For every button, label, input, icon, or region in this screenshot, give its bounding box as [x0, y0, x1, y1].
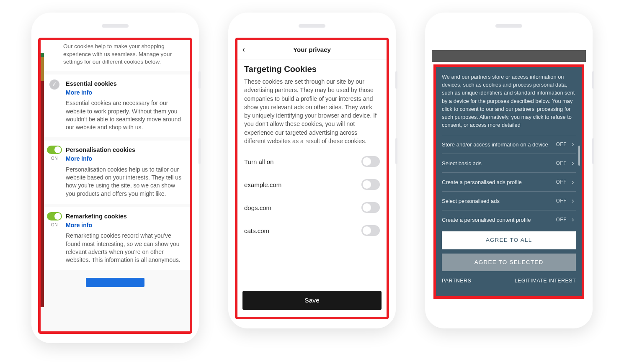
toggle-row: cats.com	[237, 219, 387, 242]
option-state: OFF	[556, 159, 567, 167]
personalisation-title: Personalisation cookies	[66, 146, 183, 154]
personalisation-toggle[interactable]	[47, 146, 62, 154]
row-label: cats.com	[244, 227, 269, 234]
save-button[interactable]: Save	[242, 291, 382, 310]
switch-toggle[interactable]	[361, 156, 380, 167]
row-label: example.com	[244, 181, 281, 188]
more-info-link[interactable]: More info	[66, 221, 92, 229]
option-state: OFF	[556, 141, 567, 148]
phone-mock-2: ‹ Your privacy Targeting Cookies These c…	[228, 13, 396, 328]
toggle-row: dogs.com	[237, 196, 387, 219]
personalisation-body: Personalisation cookies help us to tailo…	[66, 166, 183, 198]
consent-option-row: Store and/or access information on a dev…	[442, 135, 576, 154]
remarketing-toggle[interactable]	[47, 212, 62, 220]
check-icon: ✓	[49, 79, 59, 90]
cookie-settings-screen: Our cookies help to make your shopping e…	[38, 38, 192, 334]
toggle-state-label: ON	[51, 156, 58, 161]
toggle-row: Turn all on	[237, 150, 387, 173]
essential-body: Essential cookies are necessary for our …	[66, 99, 183, 131]
consent-screen: We and our partners store or access info…	[432, 38, 586, 319]
chevron-right-icon[interactable]: ›	[570, 196, 576, 206]
agree-to-selected-button[interactable]: AGREE TO SELECTED	[442, 254, 576, 271]
option-label: Store and/or access information on a dev…	[442, 141, 553, 149]
targeting-cookies-screen: ‹ Your privacy Targeting Cookies These c…	[235, 38, 389, 319]
phone-side-button	[395, 71, 397, 89]
remarketing-body: Remarketing cookies record what you've f…	[66, 232, 183, 264]
chevron-right-icon[interactable]: ›	[570, 139, 576, 149]
option-state: OFF	[556, 197, 567, 205]
phone-side-button	[199, 138, 201, 164]
essential-cookies-card: ✓ Essential cookies More info Essential …	[41, 74, 190, 138]
page-banner	[432, 50, 586, 62]
primary-action-button[interactable]	[86, 278, 144, 287]
option-label: Select personalised ads	[442, 197, 553, 205]
more-info-link[interactable]: More info	[66, 155, 92, 163]
option-label: Select basic ads	[442, 159, 553, 168]
option-label: Create a personalised content profile	[442, 216, 553, 224]
agree-to-all-button[interactable]: AGREE TO ALL	[442, 231, 576, 249]
toggle-row: example.com	[237, 173, 387, 196]
consent-option-row: Select personalised ads OFF ›	[442, 191, 576, 210]
partners-link[interactable]: PARTNERS	[442, 277, 471, 285]
phone-mock-3: We and our partners store or access info…	[425, 13, 593, 328]
phone-speaker	[495, 24, 522, 28]
remarketing-cookies-card: ON Remarketing cookies More info Remarke…	[41, 207, 190, 270]
phone-side-button	[592, 138, 594, 164]
phone-speaker	[102, 24, 129, 28]
switch-toggle[interactable]	[361, 225, 380, 236]
toggle-state-label: ON	[51, 222, 58, 228]
consent-option-row: Create a personalised ads profile OFF ›	[442, 172, 576, 191]
scrollbar[interactable]	[578, 146, 580, 166]
chevron-right-icon[interactable]: ›	[570, 158, 576, 168]
switch-toggle[interactable]	[361, 179, 380, 190]
row-label: Turn all on	[244, 158, 273, 165]
screen-header: ‹ Your privacy	[237, 40, 387, 59]
remarketing-title: Remarketing cookies	[66, 212, 183, 220]
option-state: OFF	[556, 178, 567, 186]
back-icon[interactable]: ‹	[242, 45, 245, 54]
section-title: Targeting Cookies	[237, 59, 387, 77]
row-label: dogs.com	[244, 204, 271, 211]
option-state: OFF	[556, 216, 567, 223]
header-title: Your privacy	[293, 46, 331, 53]
switch-toggle[interactable]	[361, 202, 380, 213]
phone-mock-1: Our cookies help to make your shopping e…	[31, 13, 199, 343]
phone-side-button	[592, 71, 594, 89]
phone-side-button	[199, 71, 201, 89]
option-label: Create a personalised ads profile	[442, 178, 553, 187]
personalisation-cookies-card: ON Personalisation cookies More info Per…	[41, 141, 190, 204]
consent-option-row: Select basic ads OFF ›	[442, 154, 576, 172]
chevron-right-icon[interactable]: ›	[570, 215, 576, 225]
essential-title: Essential cookies	[66, 79, 183, 88]
chevron-right-icon[interactable]: ›	[570, 177, 576, 187]
section-description: These cookies are set through our site b…	[237, 77, 387, 150]
phone-side-button	[395, 138, 397, 164]
consent-intro: We and our partners store or access info…	[442, 73, 576, 129]
consent-panel: We and our partners store or access info…	[433, 64, 584, 299]
more-info-link[interactable]: More info	[66, 89, 92, 97]
legitimate-interest-link[interactable]: LEGITIMATE INTEREST	[515, 277, 576, 285]
consent-option-row: Create a personalised content profile OF…	[442, 210, 576, 229]
intro-text: Our cookies help to make your shopping e…	[41, 40, 190, 71]
phone-speaker	[299, 24, 325, 28]
